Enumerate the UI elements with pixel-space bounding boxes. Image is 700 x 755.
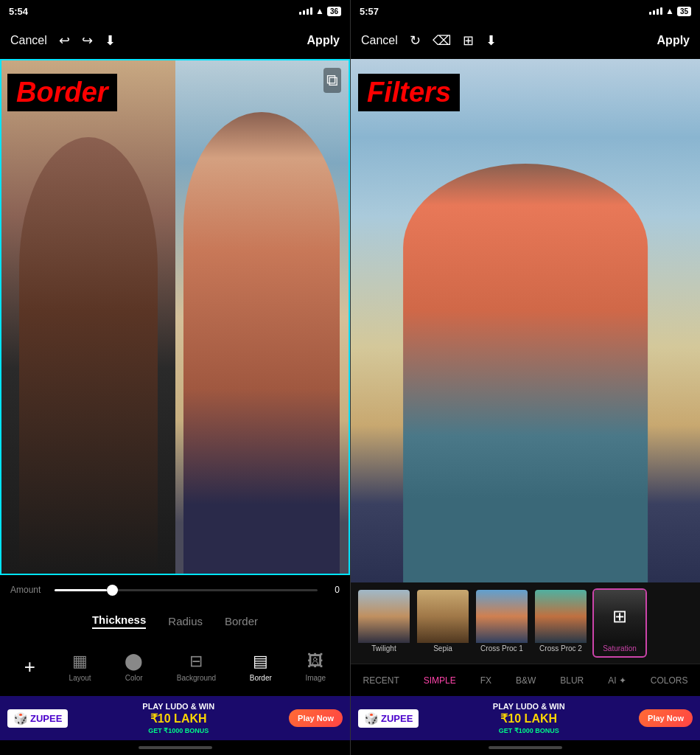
left-ad-line1: PLAY LUDO & WIN <box>142 701 214 711</box>
right-status-icons: ▲ 35 <box>649 6 691 16</box>
left-ad-logo: 🎲 ZUPEE <box>7 709 68 728</box>
left-top-left: Cancel ↩ ↪ ⬇ <box>10 32 116 49</box>
filter-thumb-twilight[interactable]: Twilight <box>357 588 411 658</box>
left-panel: 5:54 ▲ 36 Cancel ↩ ↪ ⬇ Apply Border ⧉ <box>0 0 350 755</box>
zupee-icon: 🎲 <box>13 711 28 726</box>
slider-value: 0 <box>325 585 340 595</box>
left-status-bar: 5:54 ▲ 36 <box>0 0 350 22</box>
cat-bw[interactable]: B&W <box>511 672 540 689</box>
toolbar-border[interactable]: ▤ Border <box>250 652 272 682</box>
tab-thickness[interactable]: Thickness <box>92 613 146 629</box>
cross-proc1-label: Cross Proc 1 <box>476 644 528 653</box>
cat-colors[interactable]: COLORS <box>646 672 693 689</box>
split-right-photo <box>175 60 349 574</box>
right-ad-logo-text: ZUPEE <box>381 713 413 724</box>
right-main-photo <box>351 59 700 582</box>
left-feature-label: Border <box>7 74 117 111</box>
right-ad-amount: ₹10 LAKH <box>493 711 565 727</box>
left-cancel-button[interactable]: Cancel <box>10 34 47 47</box>
sepia-label: Sepia <box>417 644 469 653</box>
right-ad-line1: PLAY LUDO & WIN <box>493 701 565 711</box>
tab-border[interactable]: Border <box>225 615 258 627</box>
filter-thumb-cross-proc2[interactable]: Cross Proc 2 <box>533 588 588 658</box>
toolbar-background[interactable]: ⊟ Background <box>177 652 216 682</box>
right-ad-banner: 🎲 ZUPEE PLAY LUDO & WIN ₹10 LAKH GET ₹10… <box>351 696 700 740</box>
right-signal-icon <box>649 7 662 15</box>
left-image-area: Border ⧉ <box>0 59 350 575</box>
left-ad-play-button[interactable]: Play Now <box>289 709 343 727</box>
right-zupee-icon: 🎲 <box>364 711 379 726</box>
cat-fx[interactable]: FX <box>476 672 496 689</box>
sepia-preview <box>417 590 469 643</box>
wifi-icon: ▲ <box>315 6 324 16</box>
toolbar-image[interactable]: 🖼 Image <box>305 652 326 682</box>
color-icon: ⬤ <box>125 652 143 671</box>
signal-icon <box>299 7 312 15</box>
refresh-icon[interactable]: ↻ <box>410 32 421 49</box>
right-cancel-button[interactable]: Cancel <box>361 34 398 47</box>
tab-radius[interactable]: Radius <box>168 615 203 627</box>
cat-simple[interactable]: SIMPLE <box>419 672 461 689</box>
filter-thumb-cross-proc1[interactable]: Cross Proc 1 <box>475 588 529 658</box>
right-status-bar: 5:57 ▲ 35 <box>351 0 700 22</box>
redo-icon[interactable]: ↪ <box>82 32 93 49</box>
left-time: 5:54 <box>9 6 28 17</box>
filter-thumb-saturation[interactable]: ⊞ Saturation <box>592 588 647 658</box>
right-ad-text: PLAY LUDO & WIN ₹10 LAKH GET ₹1000 BONUS <box>493 701 565 736</box>
erase-icon[interactable]: ⌫ <box>433 32 451 49</box>
cat-blur[interactable]: BLUR <box>556 672 588 689</box>
person-right-silhouette <box>183 112 340 574</box>
person-left-silhouette <box>19 137 158 574</box>
twilight-preview <box>358 590 410 643</box>
cross-proc1-preview <box>476 590 528 643</box>
slider-fill <box>55 589 107 591</box>
compare-icon[interactable]: ⊞ <box>463 32 474 49</box>
left-battery: 36 <box>327 7 341 16</box>
right-image-area: Filters <box>351 59 700 582</box>
add-button[interactable]: + <box>24 655 35 678</box>
saturation-label: Saturation <box>594 644 645 653</box>
cat-ai[interactable]: AI ✦ <box>603 672 631 689</box>
layout-label: Layout <box>69 674 91 682</box>
left-ad-bonus: GET ₹1000 BONUS <box>142 727 214 736</box>
slider-thumb[interactable] <box>107 585 118 596</box>
border-tabs: Thickness Radius Border <box>0 605 350 637</box>
left-bottom-toolbar: + ▦ Layout ⬤ Color ⊟ Background ▤ Border… <box>0 637 350 696</box>
cross-proc2-preview <box>535 590 587 643</box>
left-split-image <box>0 59 350 575</box>
right-top-bar: Cancel ↻ ⌫ ⊞ ⬇ Apply <box>351 22 700 59</box>
slider-label: Amount <box>10 585 47 595</box>
twilight-label: Twilight <box>358 644 410 653</box>
filter-thumb-sepia[interactable]: Sepia <box>416 588 470 658</box>
undo-icon[interactable]: ↩ <box>59 32 70 49</box>
image-icon: 🖼 <box>307 652 323 671</box>
cat-recent[interactable]: RECENT <box>358 672 403 689</box>
right-ad-play-button[interactable]: Play Now <box>639 709 693 727</box>
left-ad-amount: ₹10 LAKH <box>142 711 214 727</box>
right-ad-bonus: GET ₹1000 BONUS <box>493 727 565 736</box>
border-icon: ▤ <box>253 652 268 671</box>
right-top-left: Cancel ↻ ⌫ ⊞ ⬇ <box>361 32 497 49</box>
left-top-bar: Cancel ↩ ↪ ⬇ Apply <box>0 22 350 59</box>
left-ad-logo-text: ZUPEE <box>30 713 62 724</box>
toolbar-layout[interactable]: ▦ Layout <box>69 652 91 682</box>
left-ad-banner: 🎲 ZUPEE PLAY LUDO & WIN ₹10 LAKH GET ₹10… <box>0 696 350 740</box>
left-apply-button[interactable]: Apply <box>307 34 340 47</box>
left-top-icons: ↩ ↪ ⬇ <box>59 32 116 49</box>
toolbar-color[interactable]: ⬤ Color <box>125 652 143 682</box>
slider-track[interactable] <box>55 589 318 591</box>
right-home-bar <box>489 746 562 749</box>
right-apply-button[interactable]: Apply <box>657 34 690 47</box>
filter-category-bar: RECENT SIMPLE FX B&W BLUR AI ✦ COLORS <box>351 664 700 696</box>
saturation-preview: ⊞ <box>594 590 645 643</box>
right-top-icons: ↻ ⌫ ⊞ ⬇ <box>410 32 497 49</box>
background-icon: ⊟ <box>189 652 203 671</box>
download-icon[interactable]: ⬇ <box>105 32 116 49</box>
right-panel: 5:57 ▲ 35 Cancel ↻ ⌫ ⊞ ⬇ Apply Filters <box>350 0 700 755</box>
layers-icon[interactable]: ⧉ <box>323 68 341 93</box>
filter-strip: Twilight Sepia Cross Proc 1 Cross Proc 2… <box>351 582 700 664</box>
left-home-indicator <box>0 740 350 755</box>
split-left-photo <box>1 60 175 574</box>
right-download-icon[interactable]: ⬇ <box>486 32 497 49</box>
amount-slider-area: Amount 0 <box>0 575 350 605</box>
